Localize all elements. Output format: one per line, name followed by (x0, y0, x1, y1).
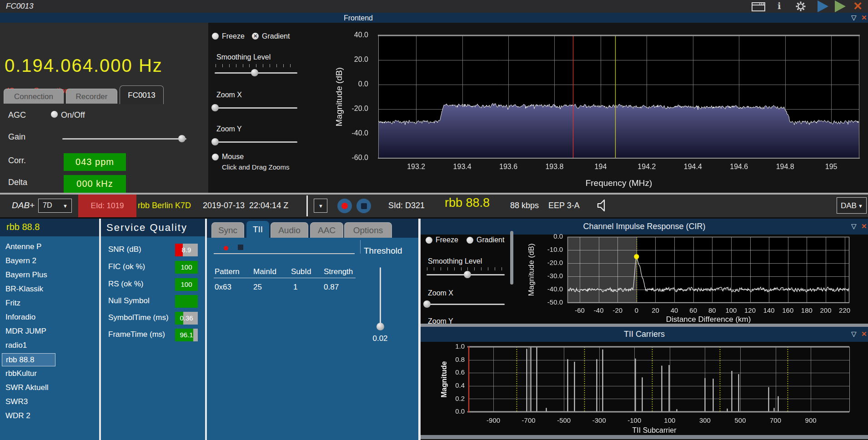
delta-value-box: 000 kHz (64, 175, 126, 193)
chevron-down-icon: ▼ (318, 203, 323, 209)
freeze-radio[interactable] (212, 33, 219, 40)
station-item[interactable]: SWR Aktuell (2, 381, 52, 394)
mode-label: DAB+ (12, 200, 35, 210)
gradient-radio[interactable]: ✕ (252, 33, 259, 40)
channel-value: 7D (43, 201, 52, 210)
tab-aac[interactable]: AAC (310, 222, 343, 238)
cir-gradient-radio[interactable] (467, 237, 473, 244)
protection-label: EEP 3-A (548, 201, 580, 210)
corr-label: Corr. (8, 156, 26, 165)
cir-plot[interactable] (518, 230, 868, 324)
station-item[interactable]: Bayern Plus (2, 269, 51, 281)
smoothing-label: Smoothing Level (216, 53, 271, 61)
station-item[interactable]: Antenne P (2, 240, 45, 253)
station-item[interactable]: rbbKultur (2, 367, 40, 380)
threshold-slider-handle[interactable] (376, 323, 384, 330)
close-panel-icon[interactable]: ✕ (861, 14, 867, 22)
zoom-y-slider-handle[interactable] (211, 138, 219, 145)
window-menu-icon[interactable] (751, 2, 767, 13)
threshold-slider-track[interactable] (380, 267, 381, 325)
cir-zoom-x-slider-track[interactable] (426, 304, 505, 305)
frontend-spectrum-plot[interactable] (298, 25, 868, 193)
threshold-value: 0.02 (368, 334, 392, 343)
quality-bar: 100 (175, 261, 198, 274)
cir-smoothing-slider-handle[interactable] (464, 271, 471, 278)
scrollbar-thumb[interactable] (510, 231, 513, 285)
frontend-panel-title: Frontend (336, 14, 381, 22)
tii-panel-title: TII Carriers (531, 330, 758, 339)
station-item[interactable]: Inforadio (2, 311, 39, 323)
window-titlebar: FC0013 ℹ ✕ (0, 0, 868, 13)
tii-table-cell: 0.87 (324, 283, 339, 292)
tab-connection[interactable]: Connection (4, 89, 64, 104)
smoothing-ticks (216, 64, 297, 67)
quality-bar (175, 295, 198, 308)
tii-slider-track[interactable] (214, 253, 355, 254)
chevron-down-icon: ▼ (858, 203, 863, 209)
play-green-icon[interactable] (835, 0, 846, 12)
bitrate-label: 88 kbps (510, 201, 539, 210)
service-quality-header-bar: Service Quality (101, 219, 205, 236)
cir-freeze-radio[interactable] (426, 237, 432, 244)
zoom-x-slider-handle[interactable] (211, 104, 219, 111)
station-item[interactable]: MDR JUMP (2, 325, 50, 337)
station-item[interactable]: rbb 88.8 (2, 353, 55, 366)
cir-zoom-x-label: Zoom X (428, 289, 453, 297)
tab-tii[interactable]: TII (246, 221, 269, 238)
station-header-bar: rbb 88.8 (0, 219, 99, 236)
horizontal-scrollbar[interactable] (421, 435, 868, 439)
station-item[interactable]: WDR 2 (2, 410, 34, 422)
mouse-sublabel: Click and Drag Zooms (222, 163, 289, 171)
tab-fc0013[interactable]: FC0013 (120, 85, 164, 104)
collapse-panel-icon[interactable]: ▽ (851, 330, 857, 338)
station-item[interactable]: radio1 (2, 339, 30, 351)
zoom-y-slider-track[interactable] (215, 141, 297, 143)
station-item[interactable]: Fritz (2, 297, 24, 309)
quality-row-label: SNR (dB) (108, 245, 141, 254)
station-item[interactable]: SWR3 (2, 395, 31, 408)
tii-table-cell: 0x63 (215, 283, 231, 292)
band-dropdown[interactable]: DAB ▼ (837, 197, 867, 214)
record-dot-icon[interactable] (224, 246, 228, 250)
record-button[interactable] (337, 199, 352, 213)
cir-zoom-x-slider-handle[interactable] (423, 300, 431, 308)
record-dot-icon (341, 203, 348, 209)
settings-gear-icon[interactable] (795, 0, 810, 11)
expand-dropdown-button[interactable]: ▼ (314, 199, 327, 213)
tab-sync[interactable]: Sync (211, 222, 244, 238)
cir-smoothing-ticks (427, 267, 503, 270)
frontend-header-bar: Frontend ▽ ✕ (0, 13, 868, 23)
service-quality-panel: SNR (dB)8.9FIC (ok %)100RS (ok %)100Null… (101, 236, 205, 440)
mouse-radio[interactable] (212, 154, 219, 160)
smoothing-slider-handle[interactable] (251, 69, 258, 76)
tii-plot[interactable] (427, 342, 868, 435)
gain-slider-track[interactable] (62, 138, 186, 140)
threshold-label: Threshold (364, 246, 402, 256)
quality-value: 8.9 (175, 244, 198, 256)
quality-row-label: SymbolTime (ms) (108, 313, 169, 322)
stop-button[interactable] (356, 199, 371, 213)
close-x-icon[interactable]: ✕ (853, 0, 863, 11)
frequency-display: 0.194.064.000 Hz (5, 55, 163, 76)
info-icon[interactable]: ℹ (778, 0, 781, 11)
gain-slider-handle[interactable] (178, 135, 186, 142)
agc-radio[interactable] (51, 111, 58, 118)
channel-dropdown[interactable]: 7D ▼ (38, 199, 72, 213)
station-item[interactable]: Bayern 2 (2, 255, 40, 267)
zoom-x-label: Zoom X (216, 91, 242, 99)
quality-row-label: Null Symbol (108, 296, 150, 305)
tab-options[interactable]: Options (344, 222, 392, 238)
station-item[interactable]: BR-Klassik (2, 283, 47, 295)
zoom-x-slider-track[interactable] (215, 107, 297, 109)
delta-label: Delta (8, 178, 27, 187)
close-panel-icon[interactable]: ✕ (861, 330, 867, 338)
quality-value: 100 (175, 278, 198, 291)
play-blue-icon[interactable] (818, 0, 828, 12)
speaker-icon[interactable] (596, 199, 609, 212)
collapse-panel-icon[interactable]: ▽ (851, 14, 857, 22)
tab-audio[interactable]: Audio (271, 222, 308, 238)
tii-table-header: MainId (253, 267, 276, 276)
tab-recorder[interactable]: Recorder (66, 89, 117, 104)
stop-square-icon[interactable] (238, 245, 243, 250)
mouse-label: Mouse (222, 153, 244, 161)
